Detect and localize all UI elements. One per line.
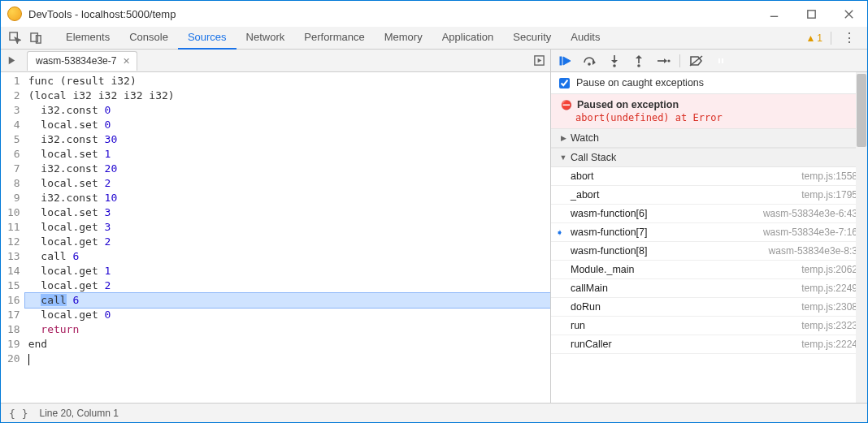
stack-frame[interactable]: wasm-function[6]wasm-53834e3e-6:43 bbox=[551, 205, 867, 223]
stack-frame-location: temp.js:2249 bbox=[801, 283, 857, 294]
stack-frame[interactable]: wasm-function[8]wasm-53834e3e-8:3 bbox=[551, 242, 867, 261]
warning-badge[interactable]: ▲ 1 bbox=[805, 32, 822, 44]
code-line[interactable]: end bbox=[25, 337, 550, 352]
debugger-divider bbox=[679, 54, 680, 67]
watch-section-header[interactable]: ▶ Watch bbox=[551, 128, 867, 148]
tab-performance[interactable]: Performance bbox=[294, 27, 374, 50]
window-minimize-button[interactable] bbox=[755, 1, 792, 27]
deactivate-breakpoints-button[interactable] bbox=[687, 51, 706, 71]
resume-button[interactable] bbox=[556, 51, 575, 71]
exception-title: Paused on exception bbox=[577, 99, 679, 110]
pause-on-caught-option[interactable]: Pause on caught exceptions bbox=[551, 72, 867, 94]
scrollbar[interactable] bbox=[856, 72, 867, 403]
stack-frame-location: temp.js:2323 bbox=[801, 320, 857, 331]
stack-frame[interactable]: aborttemp.js:1558 bbox=[551, 167, 867, 186]
pause-on-exceptions-button[interactable] bbox=[711, 51, 731, 71]
stack-frame-location: wasm-53834e3e-6:43 bbox=[763, 208, 857, 219]
stack-frame-function: run bbox=[571, 320, 585, 331]
code-line[interactable]: (local i32 i32 i32 i32) bbox=[25, 88, 550, 103]
svg-marker-15 bbox=[611, 60, 618, 63]
device-toggle-icon[interactable] bbox=[26, 28, 46, 48]
tab-sources[interactable]: Sources bbox=[178, 27, 237, 50]
code-line[interactable]: local.get 3 bbox=[25, 220, 550, 235]
window-title-bar: DevTools - localhost:5000/temp bbox=[1, 1, 867, 27]
debugger-controls bbox=[550, 50, 867, 71]
stack-frame-function: abort bbox=[571, 170, 594, 182]
stack-frame-function: wasm-function[8] bbox=[571, 245, 647, 257]
step-into-button[interactable] bbox=[605, 51, 624, 71]
svg-marker-21 bbox=[664, 58, 667, 63]
source-code-pane[interactable]: 1234567891011121314151617181920 func (re… bbox=[1, 72, 550, 403]
step-over-button[interactable] bbox=[580, 51, 600, 71]
source-file-tab[interactable]: wasm-53834e3e-7 ✕ bbox=[27, 51, 137, 71]
stack-frame[interactable]: wasm-function[7]wasm-53834e3e-7:16 bbox=[551, 223, 867, 242]
code-line[interactable]: local.get 2 bbox=[25, 235, 550, 249]
window-maximize-button[interactable] bbox=[792, 1, 830, 27]
tab-application[interactable]: Application bbox=[432, 27, 504, 50]
stack-frame-function: Module._main bbox=[571, 264, 635, 275]
tab-elements[interactable]: Elements bbox=[56, 27, 119, 50]
tab-network[interactable]: Network bbox=[237, 27, 295, 50]
status-bar: { } Line 20, Column 1 bbox=[1, 403, 867, 423]
exception-banner: ⛔ Paused on exception abort(undefined) a… bbox=[551, 94, 867, 128]
code-line[interactable]: call 6 bbox=[25, 249, 550, 264]
main-toolbar: ElementsConsoleSourcesNetworkPerformance… bbox=[1, 27, 867, 50]
stack-frame-location: wasm-53834e3e-7:16 bbox=[763, 227, 857, 238]
stack-frame[interactable]: runtemp.js:2323 bbox=[551, 317, 867, 335]
stack-frame[interactable]: doRuntemp.js:2308 bbox=[551, 298, 867, 317]
svg-point-16 bbox=[613, 64, 616, 67]
tab-security[interactable]: Security bbox=[503, 27, 561, 50]
stack-frame[interactable]: Module._maintemp.js:2062 bbox=[551, 261, 867, 279]
svg-rect-25 bbox=[722, 58, 723, 63]
warning-icon: ▲ bbox=[805, 32, 815, 44]
window-close-button[interactable] bbox=[830, 1, 867, 27]
window-title: DevTools - localhost:5000/temp bbox=[28, 8, 755, 20]
inspect-element-icon[interactable] bbox=[5, 28, 24, 48]
code-line[interactable]: i32.const 30 bbox=[25, 132, 550, 147]
step-button[interactable] bbox=[653, 51, 673, 71]
code-line[interactable]: local.get 0 bbox=[25, 308, 550, 322]
step-out-button[interactable] bbox=[629, 51, 649, 71]
code-line[interactable]: i32.const 0 bbox=[25, 103, 550, 118]
stack-frame[interactable]: runCallertemp.js:2224 bbox=[551, 335, 867, 354]
code-line[interactable]: local.set 0 bbox=[25, 118, 550, 132]
error-icon: ⛔ bbox=[561, 100, 572, 110]
warning-count: 1 bbox=[817, 32, 822, 44]
stack-frame-function: doRun bbox=[571, 301, 601, 313]
callstack-section-label: Call Stack bbox=[571, 152, 616, 163]
more-menu-icon[interactable]: ⋮ bbox=[840, 30, 859, 45]
code-line[interactable] bbox=[25, 352, 550, 366]
callstack-section-header[interactable]: ▼ Call Stack bbox=[551, 148, 867, 167]
file-tab-name: wasm-53834e3e-7 bbox=[36, 55, 116, 67]
code-line[interactable]: local.get 2 bbox=[25, 278, 550, 293]
svg-marker-18 bbox=[636, 55, 642, 58]
code-line[interactable]: i32.const 10 bbox=[25, 191, 550, 205]
code-line[interactable]: func (result i32) bbox=[25, 74, 550, 88]
svg-point-13 bbox=[588, 63, 591, 66]
panel-tabs: ElementsConsoleSourcesNetworkPerformance… bbox=[56, 27, 805, 50]
tab-console[interactable]: Console bbox=[119, 27, 178, 50]
code-line[interactable]: local.get 1 bbox=[25, 264, 550, 278]
scrollbar-thumb[interactable] bbox=[857, 74, 866, 147]
stack-frame[interactable]: callMaintemp.js:2249 bbox=[551, 279, 867, 298]
close-icon[interactable]: ✕ bbox=[123, 56, 130, 67]
code-line[interactable]: call 6 bbox=[25, 293, 550, 308]
source-code[interactable]: func (result i32)(local i32 i32 i32 i32)… bbox=[25, 72, 550, 403]
call-stack-list: aborttemp.js:1558_aborttemp.js:1795wasm-… bbox=[551, 167, 867, 354]
tab-audits[interactable]: Audits bbox=[561, 27, 610, 50]
pretty-print-icon[interactable]: { } bbox=[9, 408, 28, 420]
stack-frame-location: temp.js:2224 bbox=[801, 339, 857, 350]
code-line[interactable]: i32.const 20 bbox=[25, 162, 550, 176]
stack-frame[interactable]: _aborttemp.js:1795 bbox=[551, 186, 867, 205]
tab-memory[interactable]: Memory bbox=[375, 27, 432, 50]
show-debugger-icon[interactable] bbox=[529, 51, 549, 71]
pause-on-caught-checkbox[interactable] bbox=[559, 78, 570, 88]
svg-line-23 bbox=[690, 56, 702, 66]
code-line[interactable]: local.set 3 bbox=[25, 205, 550, 220]
navigator-toggle-icon[interactable] bbox=[2, 51, 21, 71]
svg-marker-7 bbox=[8, 57, 15, 64]
code-line[interactable]: local.set 2 bbox=[25, 176, 550, 191]
stack-frame-function: wasm-function[6] bbox=[571, 208, 647, 219]
code-line[interactable]: return bbox=[25, 322, 550, 337]
code-line[interactable]: local.set 1 bbox=[25, 147, 550, 162]
